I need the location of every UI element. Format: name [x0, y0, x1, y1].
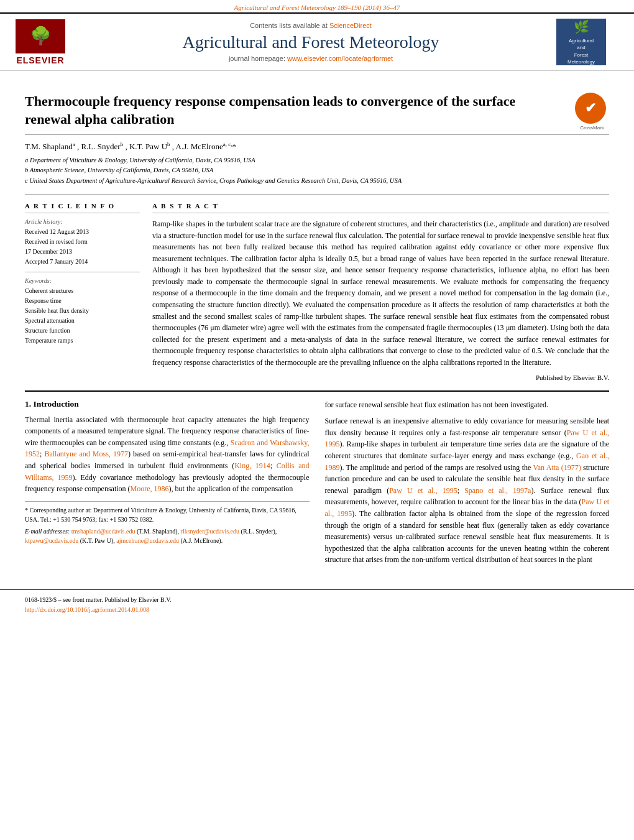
abstract-col: A B S T R A C T Ramp-like shapes in the …	[152, 202, 609, 381]
ref-pawu1995c[interactable]: Paw U et al., 1995	[325, 497, 610, 518]
keywords-label: Keywords:	[25, 277, 140, 284]
ref-moore[interactable]: Moore, 1986	[131, 484, 169, 493]
ref-king[interactable]: King, 1914	[234, 461, 270, 470]
main-left: 1. Introduction Thermal inertia associat…	[25, 399, 310, 571]
crossmark-logo: ✔ CrossMark	[575, 93, 609, 127]
received: Received 12 August 2013	[25, 227, 140, 237]
contents-label: Contents lists available at	[250, 22, 328, 29]
keyword1: Coherent structures	[25, 286, 140, 296]
email2-name: (R.L. Snyder),	[241, 528, 277, 535]
email3-link[interactable]: ktpawu@ucdavis.edu	[25, 537, 78, 544]
homepage-label: journal homepage:	[229, 55, 285, 62]
email3-name: (K.T. Paw U),	[80, 537, 115, 544]
email1-link[interactable]: tmshapland@ucdavis.edu	[71, 528, 136, 535]
main-right: for surface renewal sensible heat flux e…	[325, 399, 610, 571]
footnotes: * Corresponding author at: Department of…	[25, 501, 310, 545]
email4-name: (A.J. McElrone).	[180, 537, 223, 544]
received-date: Received 12 August 2013 Received in revi…	[25, 227, 140, 267]
ref-vanatta[interactable]: Van Atta (1977)	[533, 463, 581, 472]
issn-text: 0168-1923/$ – see front matter. Publishe…	[25, 596, 172, 603]
author3-sup: b	[167, 141, 170, 147]
two-col-main: 1. Introduction Thermal inertia associat…	[25, 399, 609, 571]
article-title-section: Thermocouple frequency response compensa…	[25, 83, 609, 135]
keyword3: Sensible heat flux density	[25, 306, 140, 316]
elsevier-image: 🌳	[16, 19, 65, 53]
section-number: 1.	[25, 399, 31, 408]
ref-spano[interactable]: Spano et al., 1997a	[464, 486, 531, 495]
accepted: Accepted 7 January 2014	[25, 257, 140, 267]
email-label: E-mail addresses:	[25, 528, 70, 535]
intro-para1: Thermal inertia associated with thermoco…	[25, 414, 310, 495]
article-info-divider	[25, 213, 140, 213]
abstract-divider	[152, 213, 609, 213]
author4-star: *	[232, 142, 236, 152]
content-area: Thermocouple frequency response compensa…	[0, 71, 634, 583]
author2: , R.L. Snyder	[77, 142, 121, 152]
email-footnote: E-mail addresses: tmshapland@ucdavis.edu…	[25, 527, 310, 545]
page: Agricultural and Forest Meteorology 189–…	[0, 0, 634, 840]
journal-center: Contents lists available at ScienceDirec…	[68, 22, 553, 63]
email2-link[interactable]: rlksnyder@ucdavis.edu	[181, 528, 239, 535]
crossmark-icon: ✔	[575, 93, 606, 124]
journal-homepage: journal homepage: www.elsevier.com/locat…	[81, 55, 541, 62]
article-info-label: A R T I C L E I N F O	[25, 202, 140, 210]
keywords-list: Coherent structures Response time Sensib…	[25, 286, 140, 346]
author2-sup: b	[121, 141, 124, 147]
abstract-label: A B S T R A C T	[152, 202, 609, 210]
abstract-text: Ramp-like shapes in the turbulent scalar…	[152, 218, 609, 369]
published-by: Published by Elsevier B.V.	[152, 374, 609, 381]
elsevier-logo: 🌳 ELSEVIER	[12, 19, 68, 65]
section-divider	[25, 194, 609, 195]
sciencedirect-line: Contents lists available at ScienceDirec…	[81, 22, 541, 29]
intro-para3: Surface renewal is an inexpensive altern…	[325, 415, 610, 566]
ref-pawu1995[interactable]: Paw U et al., 1995	[325, 428, 610, 449]
article-info-abstract: A R T I C L E I N F O Article history: R…	[25, 202, 609, 381]
article-title: Thermocouple frequency response compensa…	[25, 93, 535, 128]
author4-sup: a, c,	[223, 141, 232, 147]
doi-link[interactable]: http://dx.doi.org/10.1016/j.agrformet.20…	[25, 606, 149, 613]
main-content: 1. Introduction Thermal inertia associat…	[25, 390, 609, 571]
authors-line: T.M. Shaplanda , R.L. Snyderb , K.T. Paw…	[25, 141, 609, 152]
affiliation-a: a Department of Viticulture & Enology, U…	[25, 155, 609, 166]
author4: , A.J. McElrone	[172, 142, 223, 152]
affiliation-b: b Atmospheric Science, University of Cal…	[25, 165, 609, 176]
keyword4: Spectral attenuation	[25, 316, 140, 326]
sciencedirect-link[interactable]: ScienceDirect	[329, 22, 372, 29]
elsevier-tree-icon: 🌳	[30, 27, 52, 45]
page-footer: 0168-1923/$ – see front matter. Publishe…	[0, 589, 634, 620]
elsevier-brand-text: ELSEVIER	[16, 55, 64, 65]
journal-logo-icon: 🌿	[574, 19, 589, 35]
article-info-col: A R T I C L E I N F O Article history: R…	[25, 202, 140, 381]
email1-name: (T.M. Shapland),	[137, 528, 179, 535]
journal-top-bar: Agricultural and Forest Meteorology 189–…	[0, 0, 634, 12]
revised: Received in revised form17 December 2013	[25, 237, 140, 257]
keyword6: Temperature ramps	[25, 336, 140, 346]
keyword2: Response time	[25, 296, 140, 306]
ref-pawu1995b[interactable]: Paw U et al., 1995	[389, 486, 457, 495]
author1-sup: a	[73, 141, 75, 147]
journal-title: Agricultural and Forest Meteorology	[81, 32, 541, 53]
intro-para2: for surface renewal sensible heat flux e…	[325, 399, 610, 411]
journal-logo-right: 🌿 AgriculturalandForestMeteorology	[553, 19, 609, 65]
author3: , K.T. Paw U	[125, 142, 167, 152]
affiliation-c: c United States Department of Agricultur…	[25, 176, 609, 187]
crossmark-label: CrossMark	[575, 125, 609, 131]
keyword5: Structure function	[25, 326, 140, 336]
email4-link[interactable]: ajmcelrane@ucdavis.edu	[116, 537, 179, 544]
section-title: Introduction	[34, 399, 79, 408]
affiliations: a Department of Viticulture & Enology, U…	[25, 155, 609, 187]
keywords-divider	[25, 272, 140, 272]
author1: T.M. Shapland	[25, 142, 73, 152]
journal-citation: Agricultural and Forest Meteorology 189–…	[234, 4, 400, 11]
footer-issn: 0168-1923/$ – see front matter. Publishe…	[25, 595, 609, 615]
section-heading: 1. Introduction	[25, 399, 310, 409]
ref-ballantyne[interactable]: Ballantyne and Moss, 1977	[44, 450, 128, 458]
journal-header: 🌳 ELSEVIER Contents lists available at S…	[0, 12, 634, 71]
history-label: Article history:	[25, 218, 140, 225]
star-footnote: * Corresponding author at: Department of…	[25, 505, 310, 524]
journal-logo-text: AgriculturalandForestMeteorology	[567, 37, 595, 65]
homepage-url[interactable]: www.elsevier.com/locate/agrformet	[287, 55, 393, 62]
journal-logo-box: 🌿 AgriculturalandForestMeteorology	[556, 19, 606, 65]
